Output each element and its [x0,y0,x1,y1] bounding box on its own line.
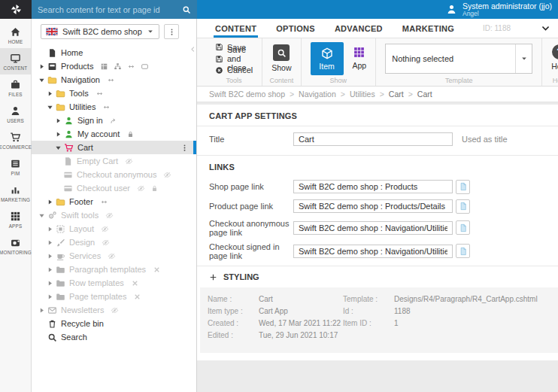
template-dropdown[interactable]: Nothing selected [385,44,532,74]
sidebar-item-users[interactable]: USERS [0,101,31,127]
meta-value [394,331,558,339]
link-field-label: Checkout signed in page link [209,242,293,260]
breadcrumb-item[interactable]: Cart [417,90,432,99]
chevron-right-icon[interactable] [46,279,54,287]
chevron-down-icon[interactable] [46,103,54,111]
tools-column: Save Save and close Cancel [215,42,253,75]
tree-item-flags [100,62,149,71]
select-page-button[interactable] [456,199,470,214]
kebab-icon[interactable] [180,144,189,152]
breadcrumb-item[interactable]: Utilities [350,90,375,99]
chevron-right-icon[interactable] [46,90,54,98]
link-input-shop-page-link[interactable] [293,180,453,193]
tree-item-layout[interactable]: Layout [32,222,196,236]
sidebar-item-files[interactable]: FILES [0,74,31,101]
tree-item-flags [133,293,141,301]
tree-item-label: Recycle bin [61,319,104,328]
arrows-icon [107,76,115,84]
monitor-icon [10,53,21,64]
sidebar-item-home[interactable]: HOME [0,22,31,48]
ribbon-collapse-chevron-icon[interactable] [541,23,550,33]
monitoring-icon [10,237,21,248]
tree-item-row-templates[interactable]: Row templates [32,276,196,290]
chevron-right-icon[interactable] [46,239,54,247]
breadcrumb-item[interactable]: Cart [389,90,404,99]
select-page-button[interactable] [456,220,470,235]
item-toggle-button[interactable]: Item [311,42,344,75]
tree-item-label: Navigation [61,75,100,84]
tree-item-design[interactable]: Design [32,236,196,249]
tree-item-utilities[interactable]: Utilities [32,100,196,114]
tab-advanced[interactable]: ADVANCED [335,19,383,38]
search-input[interactable] [38,5,177,14]
tree-item-swift-tools[interactable]: Swift tools [32,208,196,222]
tree-item-empty-cart[interactable]: Empty Cart [32,154,196,168]
tree-item-tools[interactable]: Tools [32,87,196,100]
sidebar-item-apps[interactable]: APPS [0,206,31,232]
chevron-down-icon[interactable] [38,211,46,220]
chevron-right-icon[interactable] [46,252,54,260]
tree-item-recycle-bin[interactable]: Recycle bin [32,317,196,330]
title-input[interactable] [293,132,453,146]
chevron-right-icon[interactable] [54,130,62,138]
tree-item-products[interactable]: Products [32,59,196,73]
sidebar-item-ecommerce[interactable]: ECOMMERCE [0,127,31,153]
ribbon-toolbar: Save Save and close Cancel Tools Show Co… [197,38,558,87]
tree-item-navigation[interactable]: Navigation [32,73,196,87]
tab-content[interactable]: CONTENT [215,19,256,38]
tab-options[interactable]: OPTIONS [276,19,315,38]
link-input-checkout-signed-in-page-link[interactable] [293,245,453,258]
eyeoff-icon [163,171,171,179]
site-selector[interactable]: Swift B2C demo shop [41,24,159,39]
sidebar-item-label: HOME [8,39,23,44]
chevron-down-icon[interactable] [38,76,46,84]
chevron-right-icon[interactable] [38,306,46,315]
tree-item-newsletters[interactable]: Newsletters [32,303,196,317]
tree-item-cart[interactable]: Cart [32,141,196,154]
sidebar-item-monitoring[interactable]: MONITORING [0,232,31,259]
site-menu-button[interactable] [164,24,179,39]
breadcrumb-item[interactable]: Swift B2C demo shop [209,90,285,99]
toolbar-group-template: Nothing selected Template [376,38,542,86]
select-page-button[interactable] [456,244,470,258]
breadcrumb-item[interactable]: Navigation [299,90,336,99]
app-logo[interactable] [0,0,32,19]
tree-item-page-templates[interactable]: Page templates [32,290,196,303]
app-toggle-button[interactable]: App [353,42,367,75]
tree-item-sign-in[interactable]: Sign in [32,114,196,127]
floppy-icon [215,55,223,63]
sidebar-item-pim[interactable]: PIM [0,153,31,180]
tree-item-checkout-anonymous[interactable]: Checkout anonymous [32,168,196,181]
tree-item-flags [102,103,111,111]
redirect-icon [110,117,118,125]
show-label: Show [271,63,291,72]
search-icon[interactable] [182,5,191,14]
help-button[interactable]: ? Help [551,42,558,75]
select-page-button[interactable] [456,180,470,194]
chevron-right-icon[interactable] [46,266,54,274]
chevron-right-icon[interactable] [46,198,54,206]
tree-item-checkout-user[interactable]: Checkout user [32,181,196,195]
user-menu[interactable]: System administrator (jjo) Angel [446,2,552,17]
tree-item-footer[interactable]: Footer [32,195,196,208]
chevron-down-icon[interactable] [54,144,62,152]
chevron-right-icon[interactable] [46,293,54,301]
tree-item-home[interactable]: Home [32,46,196,59]
sidebar-item-marketing[interactable]: MARKETING [0,180,31,206]
link-input-product-page-link[interactable] [293,199,453,213]
tree-item-my-account[interactable]: My account [32,127,196,141]
chevron-right-icon[interactable] [54,117,62,125]
tree-item-search[interactable]: Search [32,330,196,344]
show-button[interactable]: Show [271,42,291,75]
chevron-right-icon[interactable] [46,225,54,233]
tree-item-services[interactable]: Services [32,249,196,263]
link-input-checkout-anonymous-page-link[interactable] [293,221,453,235]
cancel-button[interactable]: Cancel [215,65,253,76]
chevron-right-icon[interactable] [38,62,46,71]
tab-marketing[interactable]: MARKETING [402,19,454,38]
save-and-close-button[interactable]: Save and close [215,53,253,65]
apps-icon [10,211,21,222]
sidebar-item-content[interactable]: CONTENT [0,48,31,74]
tree-item-paragraph-templates[interactable]: Paragraph templates [32,263,196,276]
styling-section-toggle[interactable]: STYLING [197,266,558,287]
